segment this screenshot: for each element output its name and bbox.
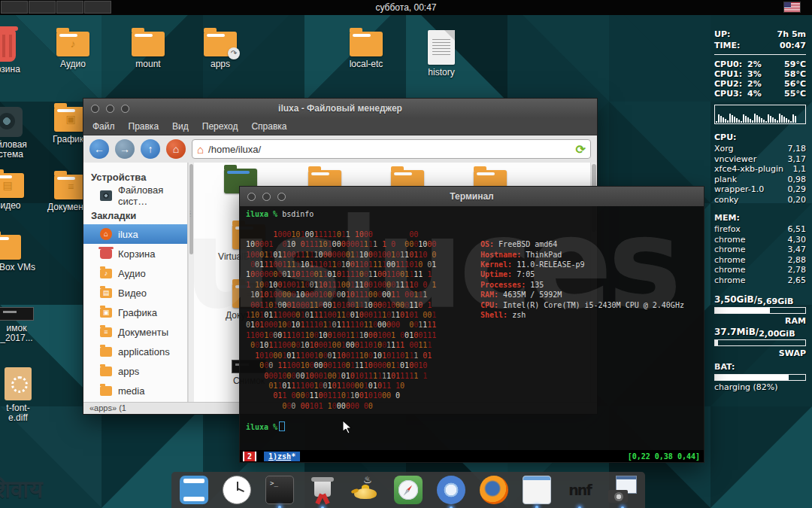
sidebar-item-apps[interactable]: apps <box>83 361 187 381</box>
terminal-line: 000 111001000000110011110000011010010 <box>246 360 698 370</box>
process-row: Xorg7,18 <box>714 144 806 154</box>
sidebar-item-корзина[interactable]: Корзина <box>83 244 187 263</box>
pane-resize-handle[interactable]: :: <box>189 211 192 216</box>
dock-clock-icon[interactable] <box>223 476 251 504</box>
keyboard-layout-flag-icon[interactable] <box>784 2 800 12</box>
sidebar-item-applications[interactable]: applications <box>83 342 187 361</box>
desktop-icon-mount[interactable]: mount <box>115 32 181 69</box>
process-row: plank0,98 <box>714 175 806 185</box>
dock-screenshot-icon[interactable] <box>608 476 637 504</box>
folder-icon: ≡ <box>100 327 112 337</box>
menu-item-1[interactable]: Правка <box>129 121 159 132</box>
icon-label: Аудио <box>60 59 86 69</box>
path-text[interactable]: /home/iluxa/ <box>208 144 571 155</box>
process-row: chrome2,78 <box>714 265 806 275</box>
home-button[interactable]: ⌂ <box>166 139 186 159</box>
process-row: firefox6,51 <box>714 224 806 235</box>
desktop-icon-trash[interactable]: Корзина <box>0 30 36 75</box>
dock-chromium-icon[interactable] <box>437 476 465 504</box>
battery-status: charging (82%) <box>714 382 806 392</box>
dock-firefox-icon[interactable] <box>480 476 508 504</box>
folder-icon <box>0 235 21 260</box>
cpu-history-graph <box>714 105 806 124</box>
sidebar-item-label: Графика <box>118 307 157 318</box>
menu-item-0[interactable]: Файл <box>92 121 115 132</box>
sidebar-item-файловая-сист-[interactable]: Файловая сист… <box>83 186 187 205</box>
terminal-line: 11010111000010111100110010001110110101 0… <box>246 310 698 320</box>
terminal-line: 100001 010 01111010000001111 1 0 0001000… <box>246 239 698 249</box>
folder-icon: ▤ <box>0 173 24 198</box>
cpu-temp-row: CPU1:3%58°C <box>714 69 806 79</box>
dock-plank-icon[interactable] <box>180 476 208 504</box>
terminal-body[interactable]: iluxa % bsdinfo 10001010011111011 1000 0… <box>240 206 704 450</box>
folder-icon <box>350 32 383 56</box>
dock-scroll-icon[interactable] <box>308 476 337 504</box>
desktop-icon-apps[interactable]: ↷ apps <box>187 32 253 69</box>
sidebar-scrollbar[interactable] <box>188 163 194 403</box>
icon-label: Файловаясистема <box>0 140 27 160</box>
desktop-icon-filesystem[interactable]: Файловаясистема <box>0 107 39 160</box>
sidebar-item-графика[interactable]: ▣Графика <box>83 303 187 322</box>
menu-item-4[interactable]: Справка <box>251 121 286 132</box>
folder-icon <box>100 367 112 376</box>
panel-clock: суббота, 00:47 <box>0 0 812 15</box>
desktop-icon-audio[interactable]: ♪ Аудио <box>40 32 106 69</box>
path-bar[interactable]: ⌂ /home/iluxa/ ⟳ <box>192 139 591 159</box>
shell-tab[interactable]: 1)zsh* <box>264 452 300 461</box>
dock-terminal-icon[interactable] <box>265 476 294 504</box>
ram-label: RAM <box>714 315 806 327</box>
menu-item-3[interactable]: Переход <box>202 121 238 132</box>
sidebar-item-документы[interactable]: ≡Документы <box>83 322 187 342</box>
icon-label: Корзина <box>0 65 20 75</box>
sidebar-item-media[interactable]: media <box>83 381 187 400</box>
up-button[interactable]: ↑ <box>141 139 160 159</box>
desktop-icon-virtualbox-vms[interactable]: VirtualBox VMs <box>0 235 38 272</box>
swap-usage-text: 37.7MiB/2,00GiB <box>714 327 806 337</box>
process-row: chrome4,30 <box>714 235 806 245</box>
forward-button[interactable]: → <box>115 139 135 159</box>
load-average: [0,22 0,38 0,44] <box>627 452 701 461</box>
reload-icon[interactable]: ⟳ <box>576 142 586 157</box>
home-icon: ⌂ <box>100 228 112 240</box>
terminal-line: 011 0000110011101100101000 0 <box>246 391 698 400</box>
filesystem-icon <box>0 107 23 137</box>
terminal-titlebar[interactable]: Терминал <box>240 187 704 206</box>
desktop-icon-video[interactable]: ▤ Видео <box>0 173 41 211</box>
terminal-statusbar: 2 1)zsh* [0,22 0,38 0,44] <box>240 450 704 462</box>
sidebar-item-label: Аудио <box>118 268 146 279</box>
up-label: UP: <box>714 29 730 40</box>
terminal-line: 011011110010010110000101011 10 <box>246 381 698 391</box>
bat-label: BAT: <box>714 362 806 372</box>
cpu-temps: CPU0:2%59°CCPU1:3%58°CCPU2:2%56°CCPU3:4%… <box>714 59 806 99</box>
toolbar: ← → ↑ ⌂ ⌂ /home/iluxa/ ⟳ <box>83 135 597 163</box>
terminal-line: 0001000001000100101010111111011111 1 <box>246 371 698 381</box>
terminal-line: 101000101110010001100111001010110111 01 <box>246 351 698 360</box>
terminal-line: 1000110110011111000000011100010010110110… <box>246 250 698 260</box>
cpu-temp-row: CPU0:2%59°C <box>714 59 806 69</box>
window-title: Терминал <box>240 191 704 202</box>
trash-icon <box>0 30 16 62</box>
desktop-icon-local-etc[interactable]: local-etc <box>333 32 399 69</box>
dock-nnf-logo-icon[interactable]: nnf <box>565 476 594 504</box>
window-title: iluxa - Файловый менеджер <box>83 103 597 114</box>
terminal-line <box>246 219 698 229</box>
cpu-temp-row: CPU3:4%55°C <box>714 89 806 99</box>
folder-icon: ↷ <box>204 32 237 56</box>
desktop-icon-diff-file[interactable]: t-font-e.diff <box>0 367 51 423</box>
dock-compass-browser-icon[interactable] <box>394 476 423 504</box>
sidebar-item-аудио[interactable]: ♪Аудио <box>83 263 187 283</box>
desktop-icon-history[interactable]: history <box>408 30 474 78</box>
menu-item-2[interactable]: Вид <box>172 121 189 132</box>
mem-process-list: firefox6,51chrome4,30chrome3,47chrome2,8… <box>714 224 806 285</box>
back-button[interactable]: ← <box>89 139 109 159</box>
sidebar-item-iluxa[interactable]: ⌂iluxa <box>83 224 187 244</box>
desktop-icon-screenshot[interactable]: имок_2017... <box>0 307 50 343</box>
file-manager-titlebar[interactable]: iluxa - Файловый менеджер <box>83 99 597 118</box>
sidebar-item-видео[interactable]: ▤Видео <box>83 283 187 303</box>
home-icon: ⌂ <box>197 143 204 156</box>
dock-window-app-icon[interactable] <box>523 476 551 504</box>
symlink-emblem-icon: ↷ <box>228 47 240 59</box>
folder-icon <box>132 32 165 56</box>
terminal-window[interactable]: Терминал iluxa % bsdinfo 100010100111110… <box>239 186 704 463</box>
dock-genie-lamp-icon[interactable]: ♨ <box>351 476 380 504</box>
